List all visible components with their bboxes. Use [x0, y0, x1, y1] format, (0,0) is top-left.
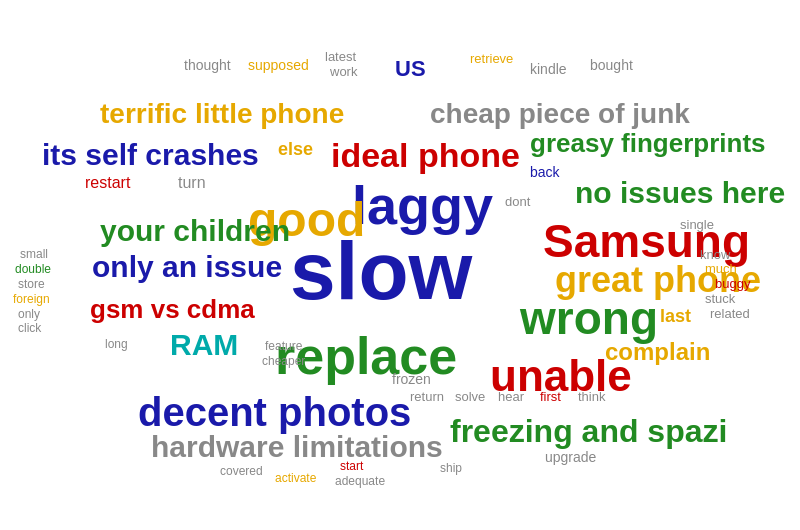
word-item: complain [605, 340, 710, 364]
word-item: ideal phone [331, 138, 520, 172]
word-item: laggy [352, 178, 493, 232]
word-item: cheaper [262, 355, 305, 367]
word-item: activate [275, 472, 316, 484]
word-item: cheap piece of junk [430, 100, 690, 128]
word-item: stuck [705, 292, 735, 305]
word-item: gsm vs cdma [90, 296, 255, 322]
word-item: US [395, 58, 426, 80]
word-item: hear [498, 390, 524, 403]
word-item: buggy [715, 277, 750, 290]
word-item: store [18, 278, 45, 290]
word-item: decent photos [138, 392, 411, 432]
word-item: else [278, 140, 313, 158]
word-item: much [705, 262, 737, 275]
word-item: only an issue [92, 252, 282, 282]
word-cloud: slowlaggyreplaceSamsungwrongunablegoodte… [0, 0, 800, 530]
word-item: know [700, 248, 730, 261]
word-item: return [410, 390, 444, 403]
word-item: think [578, 390, 605, 403]
word-item: your children [100, 216, 290, 246]
word-item: last [660, 307, 691, 325]
word-item: single [680, 218, 714, 231]
word-item: turn [178, 175, 206, 191]
word-item: start [340, 460, 363, 472]
word-item: related [710, 307, 750, 320]
word-item: ship [440, 462, 462, 474]
word-item: freezing and spazi [450, 415, 727, 447]
word-item: click [18, 322, 41, 334]
word-item: hardware limitations [151, 432, 443, 462]
word-item: kindle [530, 62, 567, 76]
word-item: thought [184, 58, 231, 72]
word-item: no issues here [575, 178, 785, 208]
word-item: first [540, 390, 561, 403]
word-item: latest [325, 50, 356, 63]
word-item: RAM [170, 330, 238, 360]
word-item: its self crashes [42, 140, 259, 170]
word-item: back [530, 165, 560, 179]
word-item: terrific little phone [100, 100, 344, 128]
word-item: long [105, 338, 128, 350]
word-item: restart [85, 175, 130, 191]
word-item: frozen [392, 372, 431, 386]
word-item: only [18, 308, 40, 320]
word-item: small [20, 248, 48, 260]
word-item: supposed [248, 58, 309, 72]
word-item: feature [265, 340, 302, 352]
word-item: adequate [335, 475, 385, 487]
word-item: wrong [520, 295, 658, 341]
word-item: dont [505, 195, 530, 208]
word-item: upgrade [545, 450, 596, 464]
word-item: solve [455, 390, 485, 403]
word-item: covered [220, 465, 263, 477]
word-item: greasy fingerprints [530, 130, 766, 156]
word-item: foreign [13, 293, 50, 305]
word-item: retrieve [470, 52, 513, 65]
word-item: bought [590, 58, 633, 72]
word-item: double [15, 263, 51, 275]
word-item: work [330, 65, 357, 78]
